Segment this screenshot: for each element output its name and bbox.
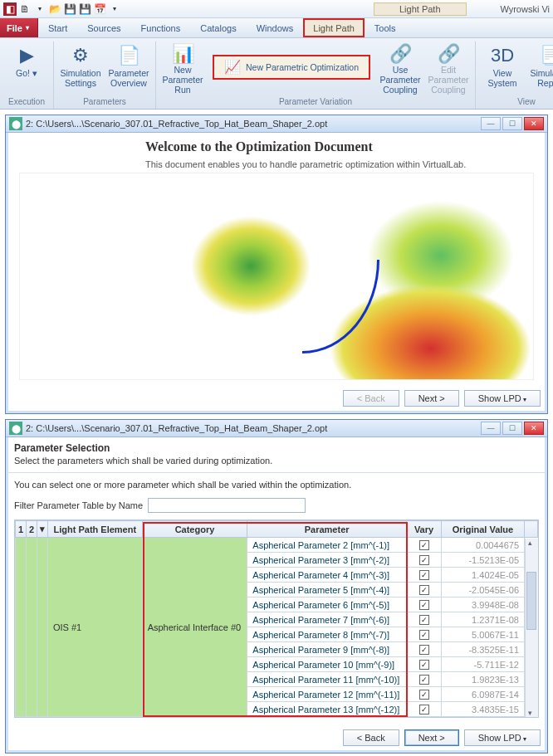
- back-button: < Back: [343, 390, 399, 407]
- checkbox-icon[interactable]: ✓: [419, 585, 429, 595]
- param-cell: Aspherical Parameter 2 [mm^(-1)]: [247, 538, 407, 553]
- checkbox-icon[interactable]: ✓: [419, 630, 429, 640]
- col-original[interactable]: Original Value: [442, 521, 525, 538]
- new-icon[interactable]: 🗎: [18, 2, 32, 16]
- optimization-doc-window: ⬤ 2: C:\Users\...\Scenario_307.01_Refrac…: [5, 115, 548, 414]
- calendar-icon[interactable]: 📅: [93, 2, 106, 16]
- new-param-run-label: New Parameter Run: [161, 65, 204, 95]
- param-cell: Aspherical Parameter 3 [mm^(-2)]: [247, 553, 407, 568]
- new-param-opt-button[interactable]: 📈New Parametric Optimization: [213, 55, 370, 80]
- sim-report-button[interactable]: 📑Simulation Report: [527, 41, 553, 96]
- vary-cell[interactable]: ✓: [407, 538, 442, 553]
- vary-cell[interactable]: ✓: [407, 672, 442, 687]
- vary-cell[interactable]: ✓: [407, 627, 442, 642]
- checkbox-icon[interactable]: ✓: [419, 675, 429, 685]
- sim-report-label: Simulation Report: [529, 68, 553, 88]
- checkbox-icon[interactable]: ✓: [419, 645, 429, 655]
- vary-cell[interactable]: ✓: [407, 612, 442, 627]
- table-row[interactable]: OIS #1Aspherical Interface #0Aspherical …: [16, 538, 538, 553]
- new-param-opt-label: New Parametric Optimization: [246, 62, 359, 72]
- view-system-button[interactable]: 3DView System: [479, 41, 526, 96]
- checkbox-icon[interactable]: ✓: [419, 540, 429, 550]
- sim-settings-button[interactable]: ⚙Simulation Settings: [57, 41, 104, 96]
- checkbox-icon[interactable]: ✓: [419, 690, 429, 700]
- vary-cell[interactable]: ✓: [407, 583, 442, 597]
- vary-cell[interactable]: ✓: [407, 568, 442, 583]
- welcome-subtext: This document enables you to handle para…: [145, 159, 541, 169]
- use-coupling-button[interactable]: 🔗Use Parameter Coupling: [377, 41, 423, 96]
- col-category[interactable]: Category: [142, 521, 247, 538]
- vary-cell[interactable]: ✓: [407, 642, 442, 657]
- checkbox-icon[interactable]: ✓: [419, 660, 429, 670]
- original-value-cell: 3.9948E-08: [442, 597, 525, 612]
- saveall-icon[interactable]: 💾: [78, 2, 91, 16]
- vary-cell[interactable]: ✓: [407, 657, 442, 672]
- lpe-cell: OIS #1: [48, 538, 143, 717]
- instruction-text: You can select one or more parameter whi…: [6, 480, 547, 498]
- col-lpe[interactable]: Light Path Element: [48, 521, 143, 538]
- tab-tools[interactable]: Tools: [365, 18, 406, 37]
- qat-dd-icon[interactable]: ▾: [108, 2, 121, 16]
- parameter-selection-window: ⬤ 2: C:\Users\...\Scenario_307.01_Refrac…: [5, 419, 548, 754]
- back-button[interactable]: < Back: [343, 729, 399, 746]
- use-coupling-label: Use Parameter Coupling: [379, 65, 422, 95]
- app-icon: ◧: [3, 2, 17, 16]
- use-coupling-icon: 🔗: [387, 43, 414, 65]
- filter-input[interactable]: [148, 498, 306, 513]
- group-label: Execution: [8, 96, 45, 107]
- minimize-button[interactable]: —: [481, 117, 501, 130]
- col-vary[interactable]: Vary: [407, 521, 442, 538]
- param-cell: Aspherical Parameter 12 [mm^(-11)]: [247, 687, 407, 702]
- dropdown-icon[interactable]: ▾: [33, 2, 46, 16]
- group-label: View: [517, 96, 536, 107]
- optimization-surface-plot: [19, 173, 534, 380]
- tab-sources[interactable]: Sources: [77, 18, 130, 37]
- save-icon[interactable]: 💾: [63, 2, 76, 16]
- param-cell: Aspherical Parameter 7 [mm^(-6)]: [247, 612, 407, 627]
- vary-cell[interactable]: ✓: [407, 553, 442, 568]
- checkbox-icon[interactable]: ✓: [419, 600, 429, 610]
- tab-light-path[interactable]: Light Path: [303, 18, 365, 37]
- context-tab-label: Light Path: [374, 2, 467, 16]
- original-value-cell: 1.2371E-08: [442, 612, 525, 627]
- checkbox-icon[interactable]: ✓: [419, 555, 429, 565]
- param-overview-button[interactable]: 📄Parameter Overview: [105, 41, 152, 96]
- col-expand[interactable]: ▾: [37, 521, 48, 538]
- sim-settings-icon: ⚙: [67, 43, 94, 68]
- next-button[interactable]: Next >: [404, 729, 459, 746]
- original-value-cell: 5.0067E-11: [442, 627, 525, 642]
- show-lpd-button[interactable]: Show LPD: [464, 390, 541, 407]
- original-value-cell: 6.0987E-14: [442, 687, 525, 702]
- maximize-button[interactable]: ☐: [502, 117, 522, 130]
- close-button[interactable]: ✕: [524, 422, 544, 435]
- view-system-label: View System: [481, 68, 524, 88]
- checkbox-icon[interactable]: ✓: [419, 705, 429, 715]
- col-1[interactable]: 1: [16, 521, 27, 538]
- next-button[interactable]: Next >: [404, 390, 459, 407]
- table-scrollbar[interactable]: [525, 539, 538, 717]
- show-lpd-button[interactable]: Show LPD: [464, 729, 541, 746]
- go-button[interactable]: ▶Go! ▾: [3, 41, 50, 96]
- tab-start[interactable]: Start: [38, 18, 77, 37]
- window-title: 2: C:\Users\...\Scenario_307.01_Refracti…: [26, 423, 327, 433]
- tab-functions[interactable]: Functions: [131, 18, 191, 37]
- checkbox-icon[interactable]: ✓: [419, 570, 429, 580]
- col-2[interactable]: 2: [27, 521, 37, 538]
- vary-cell[interactable]: ✓: [407, 687, 442, 702]
- file-menu[interactable]: File: [0, 18, 38, 37]
- col-parameter[interactable]: Parameter: [247, 521, 407, 538]
- vary-cell[interactable]: ✓: [407, 702, 442, 717]
- tab-windows[interactable]: Windows: [247, 18, 304, 37]
- new-param-run-button[interactable]: 📊New Parameter Run: [159, 41, 206, 96]
- menu-bar: File StartSourcesFunctionsCatalogsWindow…: [0, 18, 553, 38]
- maximize-button[interactable]: ☐: [502, 422, 522, 435]
- close-button[interactable]: ✕: [524, 117, 544, 130]
- tab-catalogs[interactable]: Catalogs: [190, 18, 246, 37]
- minimize-button[interactable]: —: [481, 422, 501, 435]
- open-icon[interactable]: 📂: [48, 2, 61, 16]
- edit-coupling-button: 🔗Edit Parameter Coupling: [425, 41, 472, 96]
- welcome-heading: Welcome to the Optimization Document: [145, 139, 541, 154]
- vary-cell[interactable]: ✓: [407, 597, 442, 612]
- checkbox-icon[interactable]: ✓: [419, 615, 429, 625]
- ribbon: ▶Go! ▾Execution⚙Simulation Settings📄Para…: [0, 38, 553, 110]
